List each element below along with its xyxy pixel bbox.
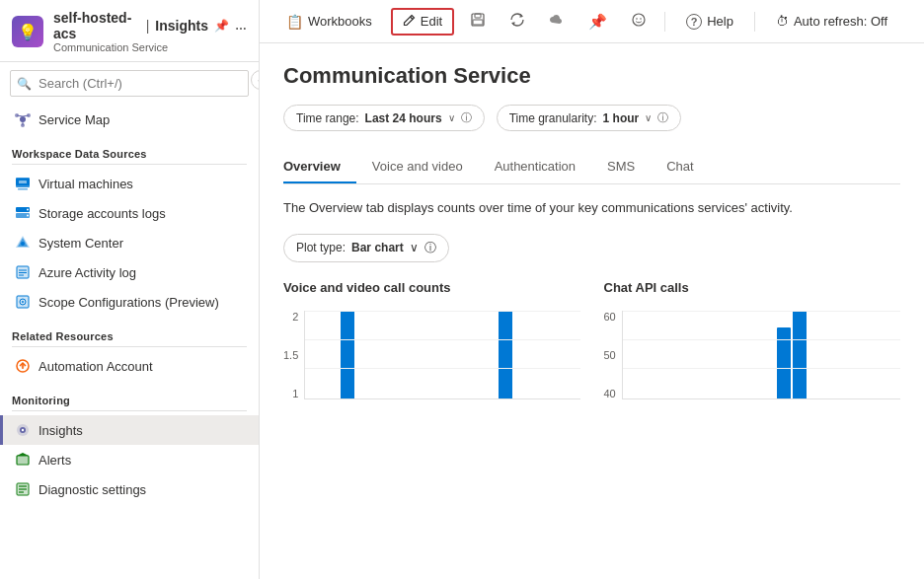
plot-type-filter[interactable]: Plot type: Bar chart ∨ ⓘ [283,234,449,262]
sidebar-item-scope-configurations[interactable]: Scope Configurations (Preview) [0,287,259,317]
workbooks-icon: 📋 [286,14,303,30]
sidebar-item-azure-activity-log[interactable]: Azure Activity log [0,257,259,287]
svg-marker-34 [17,453,29,456]
tab-overview[interactable]: Overview [283,151,356,183]
sidebar-header: 💡 self-hosted-acs | Insights 📌 … Communi… [0,0,259,62]
auto-refresh-icon: ⏱ [776,14,789,29]
content-area: Communication Service Time range: Last 2… [260,43,924,579]
monitoring-divider [12,410,247,411]
edit-button[interactable]: Edit [391,8,454,36]
workspace-section-label: Workspace Data Sources [0,134,259,164]
gridline-top [305,311,579,312]
collapse-button[interactable]: « [251,70,260,90]
refresh-icon [509,12,525,31]
refresh-button[interactable] [501,6,533,36]
chat-api-chart-container: 60 50 40 [604,301,901,399]
tab-authentication[interactable]: Authentication [491,151,591,183]
storage-accounts-logs-icon [15,205,31,221]
y-axis-label-1: 1 [283,388,298,399]
cloud-icon [549,12,565,31]
save-button[interactable] [462,6,494,36]
sidebar-item-diagnostic-settings[interactable]: Diagnostic settings [0,474,259,504]
chart-bar [793,311,807,398]
pin-header-icon[interactable]: 📌 [214,19,229,33]
insights-icon [15,422,31,438]
tab-chat[interactable]: Chat [662,151,709,183]
time-range-value: Last 24 hours [365,111,442,125]
gridline-mid2 [305,368,579,369]
smiley-icon [631,12,647,31]
service-map-icon [15,111,31,127]
sidebar-item-automation-account[interactable]: Automation Account [0,351,259,381]
tab-voice-video[interactable]: Voice and video [368,151,479,183]
auto-refresh-label: Auto refresh: Off [794,14,887,29]
tab-overview-label: Overview [283,159,341,174]
y-axis-label-50: 50 [604,349,616,361]
auto-refresh-button[interactable]: ⏱ Auto refresh: Off [765,9,898,34]
sidebar-item-insights[interactable]: Insights [0,415,259,445]
svg-line-40 [410,17,413,20]
time-granularity-label: Time granularity: [509,111,597,125]
sidebar: 💡 self-hosted-acs | Insights 📌 … Communi… [0,0,260,579]
help-label: Help [707,14,733,29]
svg-rect-10 [19,181,27,183]
help-button[interactable]: ? Help [675,9,744,35]
help-icon: ? [686,14,702,30]
search-icon: 🔍 [17,77,32,91]
toolbar-separator [664,12,665,32]
time-range-filter[interactable]: Time range: Last 24 hours ∨ ⓘ [283,105,485,131]
ellipsis-header-icon[interactable]: … [235,19,247,33]
svg-point-0 [20,116,26,122]
chart-bar [499,311,512,398]
bars-container-chat [623,311,900,398]
filter-row: Time range: Last 24 hours ∨ ⓘ Time granu… [283,105,900,131]
voice-video-chart-block: Voice and video call counts 2 1.5 1 [283,280,604,399]
service-map-label: Service Map [38,112,110,127]
scope-configurations-label: Scope Configurations (Preview) [38,295,219,310]
scope-configurations-icon [15,294,31,310]
bars-container-voice [305,311,579,398]
plot-type-info-icon: ⓘ [424,240,436,256]
time-granularity-chevron: ∨ [645,112,652,123]
app-subtitle: Communication Service [53,41,247,53]
sidebar-item-service-map[interactable]: Service Map [0,105,259,134]
time-range-label: Time range: [296,111,359,125]
y-axis-label-40: 40 [604,388,616,399]
gridline-mid2-chat [623,368,900,369]
y-axis-label-2: 2 [283,311,298,323]
plot-type-label: Plot type: [296,241,346,254]
sidebar-item-storage-accounts-logs[interactable]: Storage accounts logs [0,198,259,228]
svg-point-44 [633,14,645,26]
search-input[interactable] [10,70,249,97]
plot-type-value: Bar chart [351,241,404,254]
svg-rect-32 [17,456,29,465]
voice-video-y-axis: 2 1.5 1 [283,311,304,399]
sidebar-item-virtual-machines[interactable]: Virtual machines [0,169,259,198]
insights-label: Insights [38,423,83,438]
cloud-button[interactable] [541,6,573,36]
workbooks-button[interactable]: 📋 Workbooks [275,9,383,35]
y-axis-label-1-5: 1.5 [283,349,298,361]
pin-button[interactable]: 📌 [580,7,615,36]
svg-rect-9 [18,188,28,190]
alerts-icon [15,452,31,468]
gridline-mid1-chat [623,339,900,340]
smiley-button[interactable] [623,6,654,36]
svg-point-45 [636,18,638,20]
page-title: Communication Service [283,63,900,89]
workspace-divider [12,164,247,165]
svg-point-26 [22,301,24,303]
azure-activity-log-icon [15,264,31,280]
automation-account-label: Automation Account [38,359,153,374]
sidebar-item-system-center[interactable]: System Center [0,228,259,257]
app-name: self-hosted-acs [53,10,140,41]
related-resources-divider [12,346,247,347]
app-icon: 💡 [12,16,43,47]
search-container: 🔍 [10,70,249,97]
tab-sms[interactable]: SMS [603,151,651,183]
system-center-icon [15,235,31,251]
toolbar-separator-2 [754,12,755,32]
sidebar-item-alerts[interactable]: Alerts [0,445,259,474]
time-granularity-filter[interactable]: Time granularity: 1 hour ∨ ⓘ [497,105,682,131]
storage-accounts-logs-label: Storage accounts logs [38,206,166,221]
